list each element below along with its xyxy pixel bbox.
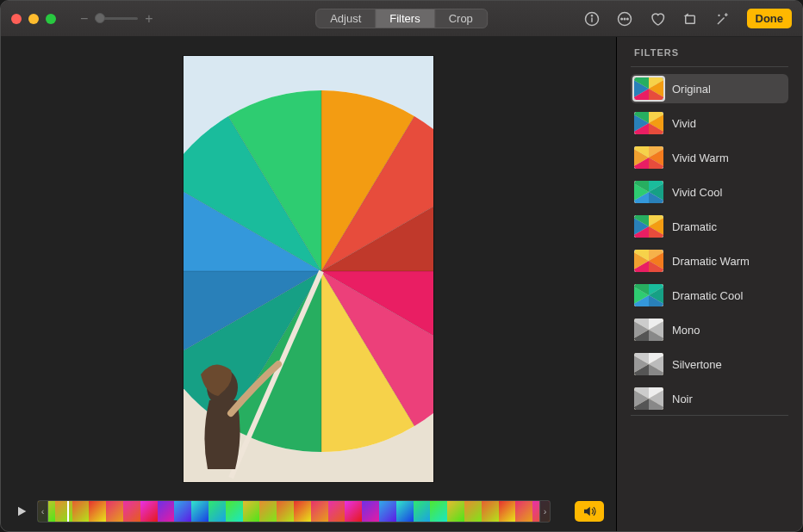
- timeline-frame: [226, 501, 243, 522]
- timeline-frame: [447, 501, 464, 522]
- filter-thumbnail: [634, 215, 663, 238]
- info-icon[interactable]: [580, 9, 604, 29]
- window-controls: [11, 14, 56, 24]
- svg-rect-7: [685, 15, 694, 23]
- timeline-frame: [362, 501, 379, 522]
- timeline-frame: [72, 501, 90, 522]
- photos-edit-window: − + Adjust Filters Crop Done: [0, 0, 803, 532]
- filter-thumbnail: [634, 387, 663, 410]
- toolbar-right: Done: [580, 9, 793, 29]
- filter-label: Vivid Cool: [672, 186, 722, 199]
- timeline-frame: [482, 501, 499, 522]
- minimize-window-button[interactable]: [28, 14, 39, 24]
- canvas: [1, 37, 616, 495]
- tab-crop[interactable]: Crop: [435, 9, 487, 28]
- timeline-frame: [294, 501, 311, 522]
- filter-list: OriginalVividVivid WarmVivid CoolDramati…: [631, 74, 788, 413]
- filter-item-dramatic[interactable]: Dramatic: [631, 212, 788, 241]
- timeline-frame: [277, 501, 294, 522]
- timeline-frame: [379, 501, 396, 522]
- preview-image[interactable]: [184, 56, 433, 482]
- timeline-frame: [515, 501, 532, 522]
- timeline-frame: [499, 501, 516, 522]
- svg-point-5: [624, 18, 626, 20]
- filter-item-mono[interactable]: Mono: [631, 315, 788, 344]
- filter-label: Noir: [672, 393, 693, 405]
- filter-item-original[interactable]: Original: [631, 74, 788, 103]
- filter-thumbnail: [634, 284, 663, 306]
- filter-item-dramatic-warm[interactable]: Dramatic Warm: [631, 246, 788, 275]
- timeline-frame: [158, 501, 175, 522]
- close-window-button[interactable]: [11, 14, 22, 24]
- main-preview-area: ‹ ›: [1, 37, 616, 531]
- auto-enhance-icon[interactable]: [711, 9, 735, 29]
- filter-item-vivid-cool[interactable]: Vivid Cool: [631, 177, 788, 207]
- svg-point-4: [620, 18, 622, 20]
- filter-label: Dramatic: [672, 220, 717, 233]
- content-area: ‹ › FILTERS OriginalVividVivid WarmVivid…: [1, 37, 802, 531]
- filter-item-vivid-warm[interactable]: Vivid Warm: [631, 143, 788, 172]
- zoom-in-icon: +: [145, 11, 153, 27]
- filter-thumbnail: [634, 250, 663, 272]
- timeline-frame: [140, 501, 158, 522]
- timeline-frame: [464, 501, 482, 522]
- filter-thumbnail: [634, 181, 663, 203]
- done-button[interactable]: Done: [747, 9, 793, 28]
- zoom-knob[interactable]: [95, 13, 105, 23]
- timeline-frame: [311, 501, 328, 522]
- trim-handle-right[interactable]: ›: [539, 501, 550, 522]
- filter-label: Dramatic Cool: [672, 289, 743, 302]
- timeline-frame: [414, 501, 431, 522]
- filter-thumbnail: [634, 112, 663, 134]
- timeline-frame: [396, 501, 414, 522]
- more-icon[interactable]: [613, 9, 637, 29]
- tab-filters[interactable]: Filters: [376, 9, 434, 28]
- tab-adjust[interactable]: Adjust: [316, 9, 376, 28]
- timeline-frame: [174, 501, 191, 522]
- filter-thumbnail: [634, 77, 663, 100]
- rotate-icon[interactable]: [678, 9, 702, 29]
- trim-handle-left[interactable]: ‹: [38, 501, 48, 522]
- favorite-icon[interactable]: [645, 9, 669, 29]
- maximize-window-button[interactable]: [46, 14, 56, 24]
- sidebar-title: FILTERS: [634, 47, 788, 58]
- timeline-bar: ‹ ›: [1, 495, 616, 531]
- filter-label: Silvertone: [672, 358, 722, 371]
- svg-point-2: [591, 15, 592, 15]
- filter-label: Dramatic Warm: [672, 255, 750, 268]
- timeline-frames: [38, 501, 550, 522]
- zoom-slider[interactable]: − +: [80, 11, 153, 27]
- timeline-frame: [123, 501, 140, 522]
- zoom-track[interactable]: [95, 17, 138, 20]
- timeline-frame: [430, 501, 447, 522]
- timeline-frame: [328, 501, 345, 522]
- timeline-frame: [243, 501, 260, 522]
- titlebar: − + Adjust Filters Crop Done: [1, 1, 802, 37]
- play-button[interactable]: [13, 504, 30, 519]
- video-timeline[interactable]: ‹ ›: [37, 500, 551, 523]
- playhead[interactable]: [67, 500, 69, 523]
- filter-thumbnail: [634, 319, 663, 341]
- timeline-frame: [106, 501, 123, 522]
- filter-thumbnail: [634, 353, 663, 375]
- audio-toggle-button[interactable]: [575, 501, 604, 522]
- filters-sidebar: FILTERS OriginalVividVivid WarmVivid Coo…: [616, 37, 802, 531]
- svg-point-6: [626, 18, 628, 20]
- zoom-out-icon: −: [80, 11, 88, 27]
- filter-label: Original: [672, 83, 711, 96]
- filter-item-noir[interactable]: Noir: [631, 384, 788, 413]
- filter-item-vivid[interactable]: Vivid: [631, 108, 788, 138]
- timeline-frame: [345, 501, 362, 522]
- filter-thumbnail: [634, 146, 663, 169]
- sidebar-divider: [631, 415, 788, 416]
- timeline-frame: [209, 501, 226, 522]
- sidebar-divider: [631, 66, 788, 67]
- filter-label: Vivid Warm: [672, 152, 729, 164]
- filter-item-silvertone[interactable]: Silvertone: [631, 350, 788, 379]
- filter-item-dramatic-cool[interactable]: Dramatic Cool: [631, 281, 788, 310]
- timeline-frame: [191, 501, 209, 522]
- timeline-frame: [55, 501, 72, 522]
- timeline-frame: [259, 501, 277, 522]
- filter-label: Vivid: [672, 117, 696, 130]
- filter-label: Mono: [672, 324, 700, 337]
